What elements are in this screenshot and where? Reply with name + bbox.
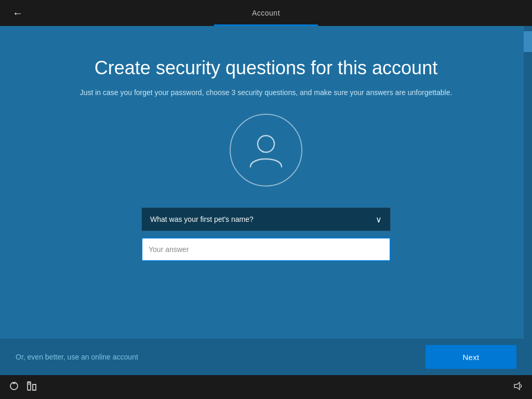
- online-account-link[interactable]: Or, even better, use an online account: [16, 353, 138, 361]
- svg-point-0: [258, 136, 274, 152]
- page-subtitle: Just in case you forget your password, c…: [80, 87, 453, 98]
- taskbar-sound-icon[interactable]: [512, 380, 524, 394]
- taskbar-left: [8, 380, 37, 394]
- main-content: Create security questions for this accou…: [0, 26, 532, 339]
- back-icon: ←: [12, 7, 23, 19]
- taskbar: [0, 375, 532, 399]
- security-question-dropdown[interactable]: What was your first pet's name? ∨: [141, 207, 391, 231]
- back-button[interactable]: ←: [8, 4, 27, 22]
- scrollbar-thumb[interactable]: [524, 31, 532, 52]
- page-heading: Create security questions for this accou…: [95, 57, 437, 79]
- scrollbar-track[interactable]: [524, 26, 532, 339]
- user-avatar-icon: [245, 129, 287, 171]
- avatar-container: [230, 114, 302, 187]
- taskbar-refresh-icon[interactable]: [8, 380, 20, 394]
- next-button[interactable]: Next: [425, 345, 516, 369]
- bottom-bar: Or, even better, use an online account N…: [0, 339, 532, 375]
- dropdown-selected-value: What was your first pet's name?: [150, 215, 254, 223]
- answer-input[interactable]: [141, 237, 391, 261]
- topbar-title: Account: [252, 9, 280, 17]
- chevron-down-icon: ∨: [376, 215, 382, 224]
- taskbar-download-icon[interactable]: [26, 380, 37, 394]
- topbar: ← Account: [0, 0, 532, 26]
- svg-rect-3: [28, 382, 31, 385]
- svg-marker-4: [514, 382, 520, 390]
